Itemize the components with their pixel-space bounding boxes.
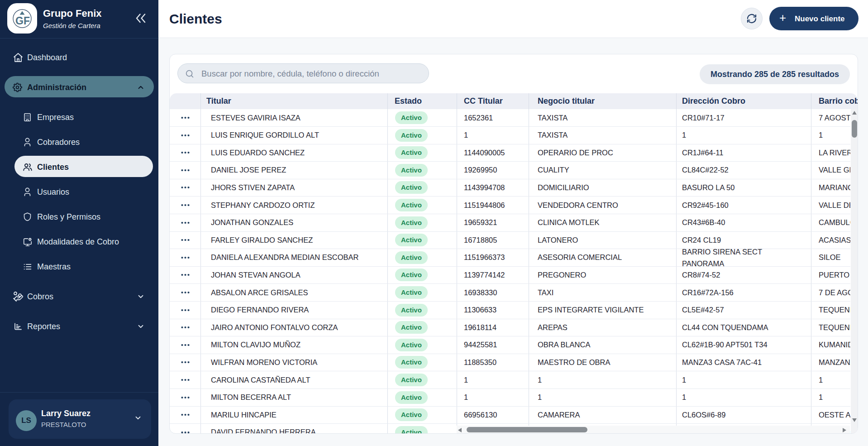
- svg-text:GF: GF: [15, 15, 30, 27]
